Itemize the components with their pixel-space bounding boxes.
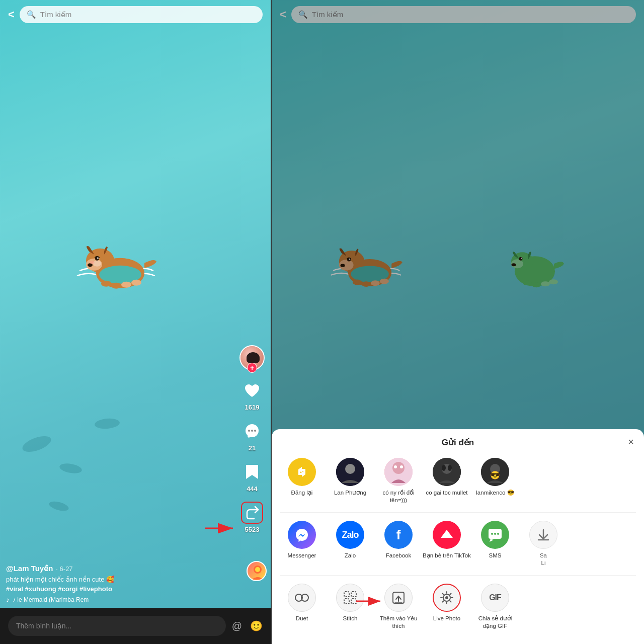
repost-icon [288,458,316,486]
contact-4[interactable]: 😎 lanmikenco 😎 [471,458,519,497]
search-placeholder: Tìm kiếm [40,10,71,19]
gif-item[interactable]: GIF Chia sẻ dưới dạng GIF [471,584,519,630]
modal-header: Gửi đến × [272,437,644,454]
bottom-bar: Thêm bình luận... @ 🙂 [0,608,271,644]
contact-1[interactable]: Lan Phương [326,458,374,497]
actions-row: Duet Stitch [272,580,644,634]
svg-point-7 [101,280,111,286]
like-button[interactable]: 1619 [241,379,263,411]
zalo-icon: Zalo [336,521,364,549]
friends-item[interactable]: Bạn bè trên TikTok [423,521,471,559]
contact-1-label: Lan Phương [334,489,366,497]
creator-avatar[interactable]: + [239,345,265,370]
addlike-icon [384,584,413,612]
comment-icon [241,420,263,442]
fish-shadow-4 [48,500,69,513]
svg-rect-64 [351,599,356,604]
search-input-container[interactable]: 🔍 Tìm kiếm [20,6,263,23]
svg-rect-61 [344,592,349,597]
save-label: SaLi [540,552,547,567]
messenger-icon [288,521,316,549]
duet-label: Duet [296,615,308,622]
divider-2 [280,575,636,576]
zalo-item[interactable]: Zalo Zalo [326,521,374,559]
svg-point-16 [254,430,256,432]
svg-point-15 [251,430,253,432]
share-count: 5523 [245,526,260,533]
svg-point-50 [442,465,446,471]
video-description: phát hiện một chiếc ảnh nền cute 🥰 [6,575,238,584]
music-note-icon: ♪ [6,596,10,604]
at-icon[interactable]: @ [232,620,242,632]
contact-4-label: lanmikenco 😎 [476,489,514,497]
comment-input[interactable]: Thêm bình luận... [8,616,226,636]
repost-label: Đăng lại [291,489,313,497]
apps-row: Messenger Zalo Zalo f Facebook [272,517,644,571]
fish-shadow-2 [59,462,83,475]
share-button[interactable]: 5523 [241,502,263,533]
arrow-annotation [205,521,240,536]
repost-item[interactable]: Đăng lại [278,458,326,497]
sms-item[interactable]: SMS [471,521,519,559]
comment-count: 21 [249,444,256,452]
like-icon [241,379,263,401]
svg-point-20 [255,567,260,572]
emoji-icon[interactable]: 🙂 [250,620,263,632]
music-info: ♪ ♪ le Mermaid (Marimba Rem [6,596,238,604]
save-item[interactable]: SaLi [519,521,568,567]
duet-item[interactable]: Duet [278,584,326,622]
gif-label: Chia sẻ dưới dạng GIF [471,615,519,630]
livephoto-label: Live Photo [433,615,460,622]
contact-3[interactable]: co gai toc mullet [423,458,471,497]
contacts-row: Đăng lại Lan Phương [272,454,644,508]
fish-shadow-1 [21,433,53,455]
video-background [0,0,271,644]
facebook-label: Facebook [386,552,412,559]
user-avatar-2 [384,458,413,486]
contact-2-label: có ny rồi đổi tên=))) [374,489,423,504]
comment-button[interactable]: 21 [241,420,263,452]
svg-point-51 [448,465,452,471]
gif-icon: GIF [481,584,509,612]
facebook-item[interactable]: f Facebook [374,521,423,559]
contact-2[interactable]: có ny rồi đổi tên=))) [374,458,423,504]
contact-3-label: co gai toc mullet [426,489,467,497]
svg-text:😎: 😎 [490,470,500,480]
svg-point-43 [345,464,355,474]
stitch-label: Stitch [343,615,358,622]
bookmark-count: 444 [247,485,258,493]
livephoto-item[interactable]: Live Photo [423,584,471,622]
modal-close-button[interactable]: × [628,436,634,448]
video-info-panel: @Lam Tuyền · 6-27 phát hiện một chiếc ản… [6,564,238,604]
bookmark-button[interactable]: 444 [241,461,263,493]
svg-point-8 [111,282,121,288]
friends-label: Bạn bè trên TikTok [423,552,471,559]
duet-icon [288,584,316,612]
like-count: 1619 [245,404,260,411]
svg-point-12 [90,261,95,264]
action-buttons-panel: + 1619 21 [239,345,265,533]
video-hashtags: #viral #xuhuong #corgi #livephoto [6,585,238,593]
music-title: ♪ le Mermaid (Marimba Rem [13,596,89,603]
sms-label: SMS [489,552,502,559]
svg-point-46 [394,465,397,468]
follow-button[interactable]: + [247,363,257,373]
left-phone-screen: < 🔍 Tìm kiếm + 1619 [0,0,272,644]
save-icon [529,521,557,549]
red-arrow-annotation [356,594,386,611]
svg-point-69 [445,596,448,599]
search-icon: 🔍 [27,10,36,19]
messenger-item[interactable]: Messenger [278,521,326,559]
svg-point-58 [497,533,499,535]
svg-point-9 [121,281,131,287]
side-creator-avatar[interactable] [247,561,267,581]
svg-point-10 [131,279,141,285]
svg-point-56 [491,533,493,535]
zalo-label: Zalo [345,552,356,559]
facebook-icon: f [384,521,413,549]
back-button[interactable]: < [8,8,15,21]
svg-point-45 [392,462,405,474]
comment-placeholder: Thêm bình luận... [16,622,71,630]
livephoto-icon [433,584,461,612]
share-modal: Gửi đến × Đăng lại [272,429,644,644]
